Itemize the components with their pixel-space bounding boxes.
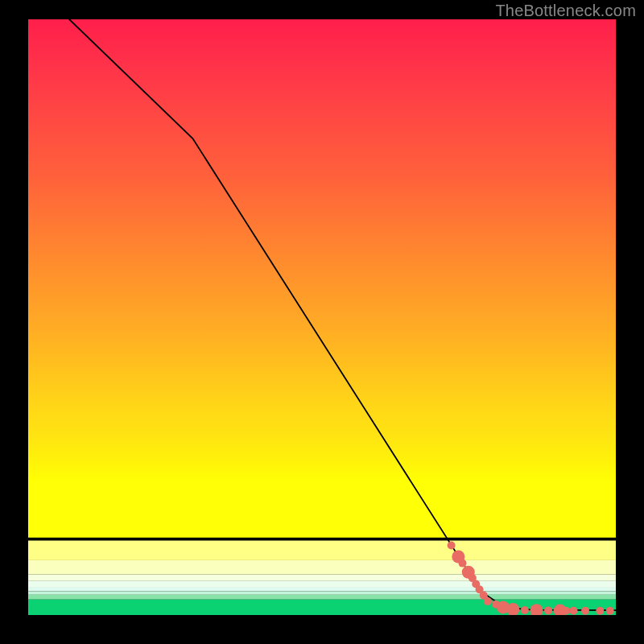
bg-band-3: [28, 575, 616, 581]
plot-svg: [28, 19, 616, 615]
bg-band-5: [28, 588, 616, 591]
marker-14: [544, 606, 552, 614]
bg-band-6: [28, 591, 616, 594]
marker-12: [521, 606, 529, 614]
marker-20: [606, 607, 614, 615]
bg-band-4: [28, 581, 616, 588]
bg-band-1: [28, 541, 616, 560]
marker-18: [581, 607, 589, 615]
marker-19: [596, 607, 604, 615]
marker-0: [448, 541, 456, 549]
bg-band-0: [28, 19, 616, 538]
marker-8: [484, 597, 492, 605]
chart-frame: TheBottleneck.com: [0, 0, 644, 644]
marker-2: [458, 559, 466, 568]
plot-area: [28, 19, 616, 615]
bg-band-7: [28, 595, 616, 600]
marker-16: [562, 607, 570, 615]
marker-17: [569, 607, 577, 615]
bg-band-2: [28, 560, 616, 575]
watermark-text: TheBottleneck.com: [495, 2, 636, 20]
